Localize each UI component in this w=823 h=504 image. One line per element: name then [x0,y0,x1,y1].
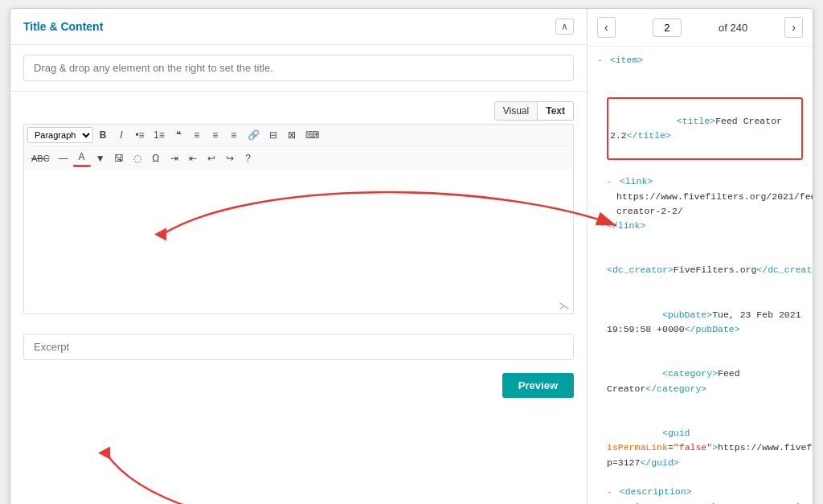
xml-guid[interactable]: <guid isPermaLink="false">https://www.fi… [597,411,803,485]
indent-button[interactable]: ⇥ [166,150,183,166]
xml-title-line[interactable]: <title>Feed Creator 2.2</title> [597,68,803,174]
align-center-button[interactable]: ≡ [207,127,224,143]
resize-handle[interactable]: ⋋ [559,299,570,312]
toolbar-row-2: ABC — A ▼ 🖫 ◌ Ω ⇥ ⇤ ↩ ↪ ? [24,146,573,170]
help-button[interactable]: ? [240,150,257,166]
right-panel: ‹ of 240 › - <item> <title>Feed Creator … [588,9,813,504]
excerpt-input[interactable] [23,334,574,360]
xml-dc-creator[interactable]: <dc_creator>FiveFilters.org</dc_creator> [597,234,803,293]
align-left-button[interactable]: ≡ [188,127,206,143]
xml-description-content: Feed Creator 2.2 is now out! Feed Creato… [597,500,803,504]
xml-link-url: https://www.fivefilters.org/2021/feed-cr… [597,190,803,219]
collapse-button[interactable]: ∧ [555,18,574,35]
visual-text-tabs: Visual Text [23,101,574,121]
page-input[interactable] [653,18,682,37]
clear-button[interactable]: ◌ [129,150,146,166]
table-button[interactable]: ⊟ [264,127,282,143]
unordered-list-button[interactable]: •≡ [131,127,149,143]
next-button[interactable]: › [784,17,803,38]
left-panel: Title & Content ∧ Visual Text Paragraph … [10,9,588,504]
excerpt-section [10,324,587,367]
editor-body[interactable]: ⋋ [23,170,574,314]
editor-section: Visual Text Paragraph B I •≡ 1≡ ❝ ≡ [10,92,587,324]
xml-category[interactable]: <category>Feed Creator</category> [597,352,803,412]
redo-button[interactable]: ↪ [221,150,239,166]
align-right-button[interactable]: ≡ [225,127,243,143]
section-title: Title & Content [23,20,103,33]
nav-bar: ‹ of 240 › [588,9,813,47]
paste-text-button[interactable]: 🖫 [110,150,128,166]
link-button[interactable]: 🔗 [244,127,264,143]
toolbar-row-1: Paragraph B I •≡ 1≡ ❝ ≡ ≡ ≡ 🔗 ⊟ ⊠ ⌨ [24,125,573,146]
special-chars-button[interactable]: Ω [147,150,165,166]
preview-button[interactable]: Preview [502,373,574,398]
xml-pubdate[interactable]: <pubDate>Tue, 23 Feb 2021 19:59:58 +0000… [597,293,803,352]
keyboard-button[interactable]: ⌨ [301,127,323,143]
page-total: of 240 [719,22,747,34]
xml-item-minus: - <item> [597,53,803,68]
blockquote-button[interactable]: ❝ [170,127,187,143]
title-input[interactable] [23,55,574,81]
outdent-button[interactable]: ⇤ [184,150,202,166]
xml-link-close: </link> [597,219,803,233]
more-button[interactable]: ⊠ [283,127,301,143]
ordered-list-button[interactable]: 1≡ [149,127,169,143]
tab-text[interactable]: Text [538,101,574,121]
strikethrough-button[interactable]: ABC [27,151,54,166]
undo-button[interactable]: ↩ [203,150,220,166]
section-header: Title & Content ∧ [10,9,587,45]
prev-button[interactable]: ‹ [597,17,616,38]
title-field-wrapper [10,45,587,92]
tab-visual[interactable]: Visual [494,101,538,121]
text-color-button[interactable]: A [73,149,91,167]
bold-button[interactable]: B [94,127,112,143]
hr-button[interactable]: — [55,150,72,166]
xml-description-minus: - <description> [597,485,803,499]
preview-section: Preview [10,367,587,411]
editor-toolbar: Paragraph B I •≡ 1≡ ❝ ≡ ≡ ≡ 🔗 ⊟ ⊠ ⌨ [23,124,574,170]
italic-button[interactable]: I [113,127,130,143]
color-dropdown-button[interactable]: ▼ [92,150,109,166]
xml-link-minus: - <link> [597,174,803,189]
xml-tree: - <item> <title>Feed Creator 2.2</title>… [588,47,813,504]
paragraph-select[interactable]: Paragraph [27,127,93,143]
